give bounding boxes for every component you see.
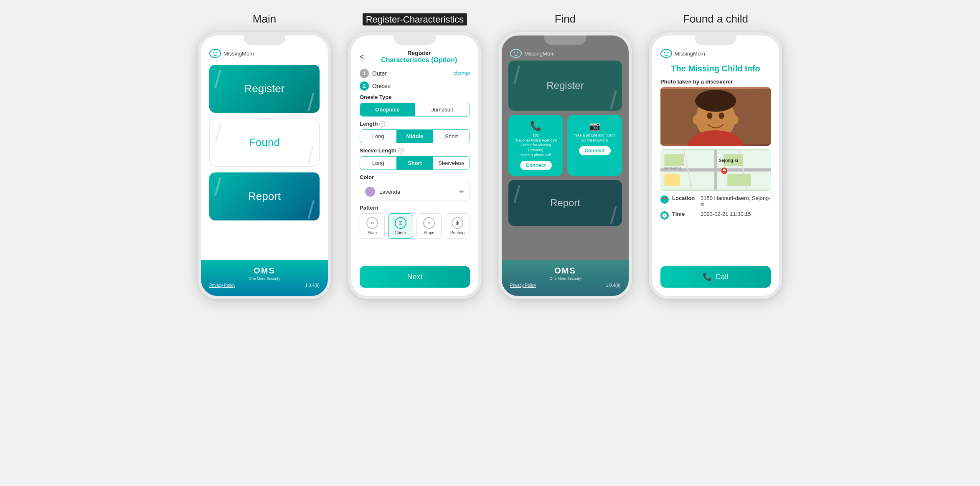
logo-icon-found — [660, 49, 672, 58]
phone-main: MissingMom / Register / / Found / / Repo… — [198, 32, 331, 299]
connect-right-btn[interactable]: Connect — [579, 146, 611, 155]
length-text: Length — [360, 121, 378, 127]
footer-brand-find: OMS — [554, 266, 576, 276]
sleeve-text: Sleeve Length — [360, 147, 396, 154]
sleeve-label: Sleeve Length ? — [360, 147, 470, 154]
sleeve-sleeveless-btn[interactable]: Sleeveless — [433, 157, 470, 170]
pattern-check-icon: ⊞ — [395, 217, 406, 229]
onesie-onepiece-btn[interactable]: Onepiece — [360, 103, 415, 116]
footer-privacy-main[interactable]: Privacy Policy — [209, 283, 235, 288]
length-toggle: Long Middle Short — [360, 129, 470, 143]
svg-point-14 — [695, 90, 736, 112]
location-row: 📍 Location 2150 Hannuri-daero, Sejong-si — [660, 195, 771, 208]
footer-privacy-find[interactable]: Privacy Policy — [510, 283, 536, 288]
connect-left-btn[interactable]: Connect — [520, 161, 552, 170]
phone-notch-found — [695, 35, 736, 45]
svg-point-5 — [517, 52, 518, 53]
edit-icon[interactable]: ✏ — [460, 188, 465, 195]
color-name: Lavenda — [379, 189, 455, 195]
length-short-btn[interactable]: Short — [433, 130, 470, 143]
app-name-found: MissingMom — [675, 51, 705, 57]
screen-main: Main MissingMom / Register / / Found / — [198, 13, 331, 299]
app-name-find: MissingMom — [524, 51, 555, 57]
step-1-row: 1 Outer change — [360, 69, 470, 78]
svg-point-0 — [210, 49, 221, 58]
reg-header: < Register Characteristics (Option) — [351, 45, 478, 66]
step-change-btn[interactable]: change — [454, 71, 470, 76]
find-footer: OMS One More Security Privacy Policy 1.0… — [502, 260, 629, 296]
screen-register-characteristics: Register-Characteristics < Register Char… — [348, 13, 482, 299]
color-row[interactable]: Lavenda ✏ — [360, 183, 470, 200]
color-text: Color — [360, 174, 374, 180]
length-middle-btn[interactable]: Middle — [397, 130, 434, 143]
sleeve-help-icon[interactable]: ? — [398, 148, 404, 154]
next-button[interactable]: Next — [360, 266, 470, 288]
svg-point-8 — [668, 52, 669, 53]
phone-icon-call: 📞 — [703, 272, 712, 281]
onesie-type-text: Onesie Type — [360, 94, 391, 100]
svg-rect-22 — [664, 154, 684, 166]
time-icon: 🕐 — [660, 211, 669, 220]
found-photo-label: Photo taken by a discoverer — [660, 78, 771, 85]
sleeve-short-btn[interactable]: Short — [397, 157, 434, 170]
found-map-area: Sejong-si sodam-dong — [660, 149, 771, 191]
deco-slash-tl: / — [214, 67, 221, 92]
report-slash-br: / — [610, 203, 617, 226]
find-connect-right[interactable]: 📷 Take a picture and post it on MissingM… — [567, 115, 622, 176]
screen-title-reg-highlight: Register-Characteristics — [363, 13, 467, 25]
onesie-type-label: Onesie Type — [360, 94, 470, 100]
phone-notch-main — [244, 35, 285, 45]
back-button[interactable]: < — [360, 53, 364, 61]
app-name-main: MissingMom — [223, 51, 254, 57]
find-report-label: Report — [550, 197, 580, 209]
find-register-btn[interactable]: / Register / — [508, 61, 622, 111]
svg-point-16 — [731, 115, 739, 124]
camera-icon-right: 📷 — [589, 121, 600, 132]
pattern-printing-btn[interactable]: ⊕ Printing — [445, 213, 470, 239]
found-button[interactable]: / Found / — [209, 119, 320, 167]
footer-tagline-main: One More Security — [249, 276, 280, 281]
sleeve-long-btn[interactable]: Long — [360, 157, 397, 170]
pattern-plain-btn[interactable]: ○ Plain — [360, 213, 385, 239]
register-label: Register — [244, 82, 285, 95]
find-report-btn[interactable]: / Report / — [508, 180, 622, 226]
find-content: / Register / 📞 182(National Police Agenc… — [502, 61, 629, 254]
svg-text:sodam-dong: sodam-dong — [664, 166, 681, 170]
time-key: Time — [672, 211, 697, 217]
length-help-icon[interactable]: ? — [379, 121, 385, 127]
pattern-check-btn[interactable]: ⊞ Check — [388, 213, 413, 239]
find-connect-left[interactable]: 📞 182(National Police Agency's Center fo… — [508, 115, 563, 176]
deco-slash-report-tl: / — [214, 175, 221, 200]
pattern-label: Pattern — [360, 205, 470, 211]
phone-notch-reg — [394, 35, 436, 45]
svg-point-15 — [693, 115, 701, 124]
svg-point-1 — [213, 52, 214, 53]
report-button[interactable]: / Report / — [209, 172, 320, 220]
screen-title-main: Main — [253, 13, 276, 25]
pattern-stripe-btn[interactable]: ≡ Stripe — [416, 213, 442, 239]
screen-title-reg: Register-Characteristics — [363, 13, 467, 25]
main-content: / Register / / Found / / Report / — [201, 61, 328, 254]
onesie-jumpsuit-btn[interactable]: Jumpsuit — [415, 103, 470, 116]
child-svg — [660, 87, 771, 146]
footer-links-main: Privacy Policy 1.0.4(9) — [209, 283, 320, 288]
phone-register: < Register Characteristics (Option) 1 Ou… — [348, 32, 482, 299]
length-long-btn[interactable]: Long — [360, 130, 397, 143]
call-label: Call — [715, 273, 728, 281]
call-button[interactable]: 📞 Call — [660, 266, 771, 288]
pattern-printing-label: Printing — [450, 230, 465, 235]
pattern-plain-label: Plain — [368, 230, 377, 235]
pattern-plain-icon: ○ — [366, 217, 378, 229]
color-label: Color — [360, 174, 470, 180]
location-value: 2150 Hannuri-daero, Sejong-si — [701, 195, 771, 208]
deco-slash-br: / — [307, 90, 315, 113]
register-button[interactable]: / Register / — [209, 65, 320, 113]
svg-point-7 — [664, 52, 665, 53]
svg-rect-24 — [664, 174, 680, 185]
location-key: Location — [672, 195, 697, 201]
map-svg: Sejong-si sodam-dong — [660, 149, 771, 191]
connect-left-text: 182(National Police Agency's Center for … — [513, 133, 559, 157]
logo-icon-main — [209, 49, 221, 58]
main-header: MissingMom — [201, 45, 328, 61]
svg-point-2 — [216, 52, 218, 53]
